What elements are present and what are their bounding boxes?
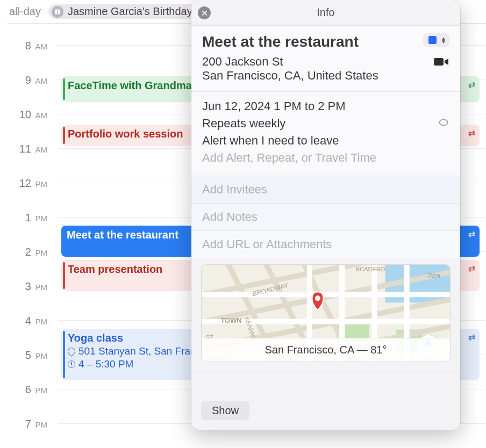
svg-rect-2: [57, 10, 58, 15]
show-button[interactable]: Show: [201, 401, 249, 420]
repeat-icon: [438, 117, 449, 131]
repeat-icon: ⇄: [468, 263, 475, 273]
svg-rect-5: [434, 58, 444, 66]
close-button[interactable]: [198, 6, 211, 19]
popover-header: Info: [191, 0, 460, 26]
popover-title: Info: [317, 6, 334, 19]
time-section: Jun 12, 2024 1 PM to 2 PM Repeats weekly…: [191, 91, 460, 176]
calendar-swatch-icon: [428, 36, 437, 44]
repeat-icon: ⇄: [468, 128, 475, 138]
repeat-icon: ⇄: [468, 229, 475, 239]
add-notes-field[interactable]: Add Notes: [191, 203, 460, 230]
clock-icon: [68, 360, 75, 368]
add-invitees-field[interactable]: Add Invitees: [191, 176, 460, 203]
gift-icon: [52, 6, 63, 18]
add-url-attachments-field[interactable]: Add URL or Attachments: [191, 230, 460, 258]
chevron-updown-icon: ▲▼: [441, 37, 446, 44]
svg-point-31: [315, 295, 320, 301]
svg-point-4: [58, 9, 59, 10]
location-map[interactable]: BROADWAY TOWN ST KEARNY RCADERO Tideli C…: [201, 264, 451, 362]
svg-text:TOWN: TOWN: [220, 316, 242, 324]
event-title-field[interactable]: Meet at the restaurant: [202, 33, 359, 50]
add-alert-repeat-travel-field[interactable]: Add Alert, Repeat, or Travel Time: [202, 151, 449, 165]
event-time: 4 – 5:30 PM: [78, 358, 133, 370]
allday-event[interactable]: Jasmine Garcia's Birthday: [48, 4, 200, 19]
event-alert-field[interactable]: Alert when I need to leave: [202, 134, 449, 148]
allday-event-title: Jasmine Garcia's Birthday: [68, 5, 192, 18]
event-location-field[interactable]: 200 Jackson St San Francisco, CA, United…: [202, 55, 378, 83]
allday-label: all-day: [8, 5, 48, 18]
event-info-popover: Info Meet at the restaurant ▲▼ 200 Jacks…: [191, 0, 460, 430]
map-weather-footer: San Francisco, CA — 81°: [202, 338, 450, 362]
title-location-section: Meet at the restaurant ▲▼ 200 Jackson St…: [191, 26, 460, 91]
calendar-picker[interactable]: ▲▼: [423, 33, 449, 47]
video-call-button[interactable]: [433, 56, 449, 68]
svg-text:RCADERO: RCADERO: [355, 266, 385, 272]
repeat-icon: ⇄: [468, 80, 475, 90]
event-datetime-field[interactable]: Jun 12, 2024 1 PM to 2 PM: [202, 99, 449, 113]
event-repeat-field[interactable]: Repeats weekly: [202, 117, 449, 131]
popover-footer: Show: [191, 396, 460, 430]
svg-text:Tideli: Tideli: [427, 273, 441, 279]
location-pin-icon: [66, 346, 77, 357]
svg-point-3: [56, 9, 58, 10]
repeat-icon: ⇄: [468, 332, 475, 342]
